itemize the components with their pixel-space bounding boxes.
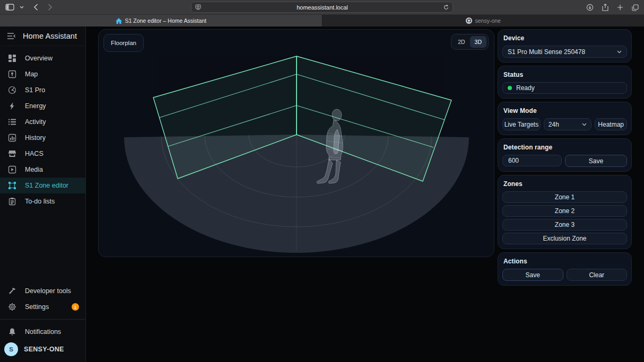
tab-home-assistant[interactable]: S1 Zone editor – Home Assistant <box>0 15 322 27</box>
view-mode-card: View Mode Live Targets 24h Heatmap <box>498 102 632 135</box>
toggle-2d[interactable]: 2D <box>453 36 469 48</box>
heatmap-button[interactable]: Heatmap <box>595 118 627 130</box>
radar-3d-scene <box>99 30 494 257</box>
sidebar-item-todo-lists[interactable]: To-do lists <box>0 193 85 209</box>
zone-3-button[interactable]: Zone 3 <box>502 219 627 231</box>
detection-range-title: Detection range <box>503 144 627 151</box>
storefront-icon <box>7 149 17 158</box>
zones-card: Zones Zone 1 Zone 2 Zone 3 Exclusion Zon… <box>498 175 632 249</box>
sidebar-item-s1-zone-editor[interactable]: S1 Zone editor <box>0 178 85 193</box>
actions-title: Actions <box>503 258 627 265</box>
floorplan-button[interactable]: Floorplan <box>103 34 144 52</box>
history-range-value: 24h <box>549 121 559 128</box>
menu-icon[interactable] <box>7 33 16 39</box>
tab-label: S1 Zone editor – Home Assistant <box>125 17 207 24</box>
downloads-icon[interactable] <box>586 4 594 11</box>
control-panel: Device S1 Pro Multi Sense 250478 Status … <box>498 29 632 286</box>
user-name: SENSY-ONE <box>24 346 64 353</box>
lightning-icon <box>7 101 17 111</box>
url-text: homeassistant.local <box>201 4 443 11</box>
detection-range-card: Detection range 600 Save <box>498 138 632 172</box>
actions-card: Actions Save Clear <box>498 252 632 286</box>
zone-2-button[interactable]: Zone 2 <box>502 205 627 217</box>
share-icon[interactable] <box>602 4 608 11</box>
address-bar[interactable]: homeassistant.local <box>191 2 453 13</box>
history-range-select[interactable]: 24h <box>544 118 592 130</box>
avatar: S <box>4 342 18 356</box>
sidebar-item-media[interactable]: Media <box>0 162 85 178</box>
gear-icon <box>7 302 17 312</box>
play-box-icon <box>7 165 17 174</box>
chevron-down-icon <box>617 50 622 54</box>
tab-sensy-one[interactable]: sensy-one <box>322 15 644 27</box>
exclusion-zone-button[interactable]: Exclusion Zone <box>502 233 627 244</box>
hammer-icon <box>7 286 17 296</box>
bell-icon <box>7 327 17 337</box>
zone-1-button[interactable]: Zone 1 <box>502 191 627 203</box>
browser-toolbar: homeassistant.local <box>0 0 644 15</box>
status-title: Status <box>503 71 627 78</box>
actions-save-button[interactable]: Save <box>502 269 563 281</box>
zones-title: Zones <box>503 180 627 188</box>
detection-range-save-button[interactable]: Save <box>565 155 627 167</box>
actions-clear-button[interactable]: Clear <box>567 269 628 281</box>
toggle-3d[interactable]: 3D <box>470 36 486 48</box>
map-icon <box>7 69 17 79</box>
zone-editor-canvas[interactable]: Floorplan 2D 3D <box>98 29 494 257</box>
sidebar-item-notifications[interactable]: Notifications <box>0 324 85 340</box>
clipboard-icon <box>7 197 17 206</box>
sidebar-item-s1-pro[interactable]: S1 Pro <box>0 82 85 98</box>
home-assistant-favicon <box>116 18 122 24</box>
sidebar-item-developer-tools[interactable]: Developer tools <box>0 283 85 299</box>
status-card: Status Ready <box>498 66 632 99</box>
tab-label: sensy-one <box>475 17 501 24</box>
sidebar-user[interactable]: S SENSY-ONE <box>0 340 85 359</box>
view-dimension-toggle: 2D 3D <box>451 34 489 50</box>
device-title: Device <box>503 34 627 42</box>
tab-strip: S1 Zone editor – Home Assistant sensy-on… <box>0 15 644 27</box>
sidebar-divider <box>0 319 85 320</box>
sidebar-item-map[interactable]: Map <box>0 66 85 82</box>
back-button[interactable] <box>33 4 38 11</box>
bar-chart-icon <box>7 133 17 143</box>
main-content: Floorplan 2D 3D <box>86 27 644 362</box>
device-select[interactable]: S1 Pro Multi Sense 250478 <box>502 46 627 58</box>
sidebar-item-energy[interactable]: Energy <box>0 98 85 114</box>
github-icon <box>466 17 472 24</box>
status-ready-dot <box>508 86 512 90</box>
sidebar-item-history[interactable]: History <box>0 130 85 146</box>
sidebar-item-settings[interactable]: Settings 1 <box>0 299 85 315</box>
sidebar-item-activity[interactable]: Activity <box>0 114 85 130</box>
list-icon <box>7 117 17 127</box>
tab-overview-icon[interactable] <box>632 4 639 11</box>
vector-zone-icon <box>7 181 17 190</box>
dashboard-icon <box>7 54 17 63</box>
sidebar-item-hacs[interactable]: HACS <box>0 146 85 162</box>
chevron-down-icon[interactable] <box>20 6 24 8</box>
app-title: Home Assistant <box>23 32 77 40</box>
device-card: Device S1 Pro Multi Sense 250478 <box>498 29 632 63</box>
detection-range-input[interactable]: 600 <box>502 155 562 166</box>
status-value: Ready <box>516 84 535 92</box>
sidebar: Home Assistant Overview Map S1 Pro Energ… <box>0 27 86 362</box>
reader-view-icon[interactable] <box>195 4 201 10</box>
new-tab-icon[interactable] <box>617 4 623 11</box>
chevron-down-icon <box>582 123 587 126</box>
forward-button[interactable] <box>48 4 53 11</box>
live-targets-button[interactable]: Live Targets <box>502 118 541 130</box>
settings-badge: 1 <box>72 303 79 311</box>
view-mode-title: View Mode <box>503 107 627 114</box>
radar-icon <box>7 85 17 95</box>
sidebar-toggle-icon[interactable] <box>5 4 14 11</box>
device-select-value: S1 Pro Multi Sense 250478 <box>508 48 585 56</box>
reload-icon[interactable] <box>443 4 449 10</box>
status-field: Ready <box>502 82 627 94</box>
sidebar-item-overview[interactable]: Overview <box>0 50 85 66</box>
